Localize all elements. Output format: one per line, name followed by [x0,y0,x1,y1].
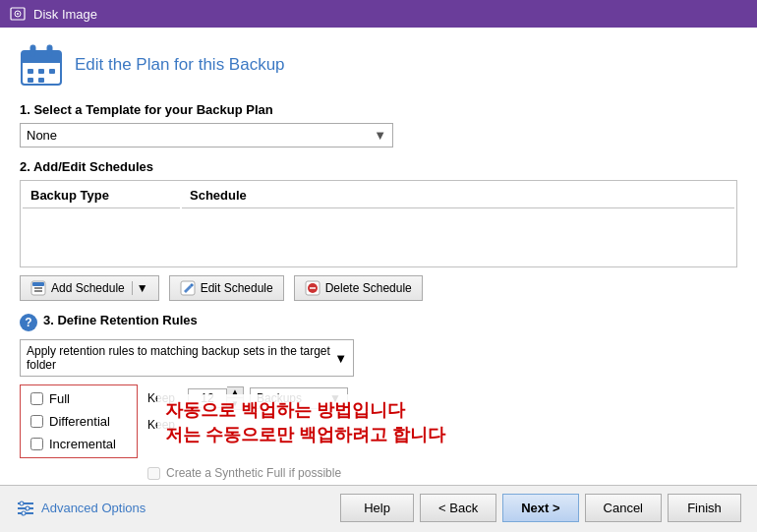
footer: Advanced Options Help < Back Next > Canc… [0,485,757,530]
incremental-checkbox-item: Incremental [30,437,127,451]
retention-dropdown-value: Apply retention rules to matching backup… [27,344,334,372]
retention-row: Full Differential Incremental Keep [20,384,737,458]
backup-type-checkboxes: Full Differential Incremental [20,384,138,458]
add-schedule-button[interactable]: Add Schedule ▼ [20,275,159,301]
delete-schedule-icon [305,280,320,296]
svg-rect-5 [30,45,35,57]
synthetic-row: Create a Synthetic Full if possible [147,466,737,480]
incremental-checkbox[interactable] [30,438,43,450]
footer-right: Help < Back Next > Cancel Finish [340,494,741,522]
svg-rect-6 [47,45,52,57]
section2: 2. Add/Edit Schedules Backup Type Schedu… [20,159,737,301]
incremental-label: Incremental [49,437,116,451]
svg-rect-4 [22,51,61,63]
add-schedule-icon [30,280,46,296]
title-bar-text: Disk Image [33,7,97,22]
footer-left: Advanced Options [16,499,146,518]
section3-label-text: 3. Define Retention Rules [43,313,198,327]
help-icon[interactable]: ? [20,314,37,331]
title-bar: Disk Image [0,0,757,28]
edit-schedule-label: Edit Schedule [201,281,273,295]
delete-schedule-label: Delete Schedule [325,281,412,295]
retention-dropdown[interactable]: Apply retention rules to matching backup… [20,339,354,377]
svg-rect-7 [28,69,33,74]
full-label: Full [49,391,70,406]
add-schedule-dropdown-arrow: ▼ [132,281,148,295]
differential-label: Differential [49,414,110,429]
finish-button[interactable]: Finish [668,494,741,522]
cancel-button[interactable]: Cancel [585,494,662,522]
main-container: Edit the Plan for this Backup 1. Select … [0,28,757,530]
calendar-icon [20,43,63,87]
col-schedule: Schedule [182,183,734,208]
svg-point-24 [26,506,29,510]
schedule-buttons: Add Schedule ▼ Edit Schedule [20,275,737,301]
section3-header: ? 3. Define Retention Rules [20,313,737,333]
section3: ? 3. Define Retention Rules Apply retent… [20,313,737,480]
svg-rect-11 [38,78,44,83]
svg-rect-9 [49,69,55,74]
svg-point-23 [20,502,24,505]
header-row: Edit the Plan for this Backup [20,43,737,87]
edit-schedule-button[interactable]: Edit Schedule [169,275,284,301]
svg-point-2 [17,13,19,15]
edit-schedule-icon [180,280,196,296]
retention-dropdown-arrow: ▼ [334,351,347,366]
template-dropdown-arrow: ▼ [374,128,386,143]
page-title: Edit the Plan for this Backup [75,55,285,75]
differential-checkbox[interactable] [30,415,43,428]
schedule-table-empty-cell2 [182,210,734,265]
col-backup-type: Backup Type [23,183,180,208]
help-button[interactable]: Help [340,494,414,522]
svg-rect-10 [28,78,33,83]
full-checkbox[interactable] [30,392,43,405]
synthetic-checkbox[interactable] [147,467,160,480]
next-button[interactable]: Next > [502,494,578,522]
korean-text-line2: 저는 수동으로만 백업하려고 합니다 [165,423,445,447]
svg-point-25 [22,511,26,515]
differential-checkbox-item: Differential [30,414,127,429]
section2-label: 2. Add/Edit Schedules [20,159,737,174]
korean-overlay: 자동으로 백업하는 방법입니다 저는 수동으로만 백업하려고 합니다 [157,394,453,451]
advanced-options-icon [16,499,35,518]
full-checkbox-item: Full [30,391,127,406]
template-dropdown-value: None [27,128,57,143]
disk-image-icon [10,6,26,22]
schedule-table: Backup Type Schedule [20,180,737,267]
delete-schedule-button[interactable]: Delete Schedule [294,275,423,301]
template-dropdown[interactable]: None ▼ [20,123,393,148]
schedule-table-empty-cell [23,210,180,265]
advanced-options-link[interactable]: Advanced Options [41,501,146,515]
synthetic-label: Create a Synthetic Full if possible [166,466,341,480]
content-area: Edit the Plan for this Backup 1. Select … [0,28,757,485]
add-schedule-label: Add Schedule [51,281,125,295]
svg-rect-13 [32,282,44,286]
section1-label: 1. Select a Template for your Backup Pla… [20,102,737,117]
svg-rect-8 [38,69,44,74]
section1: 1. Select a Template for your Backup Pla… [20,102,737,148]
back-button[interactable]: < Back [420,494,496,522]
korean-text-line1: 자동으로 백업하는 방법입니다 [165,398,445,423]
